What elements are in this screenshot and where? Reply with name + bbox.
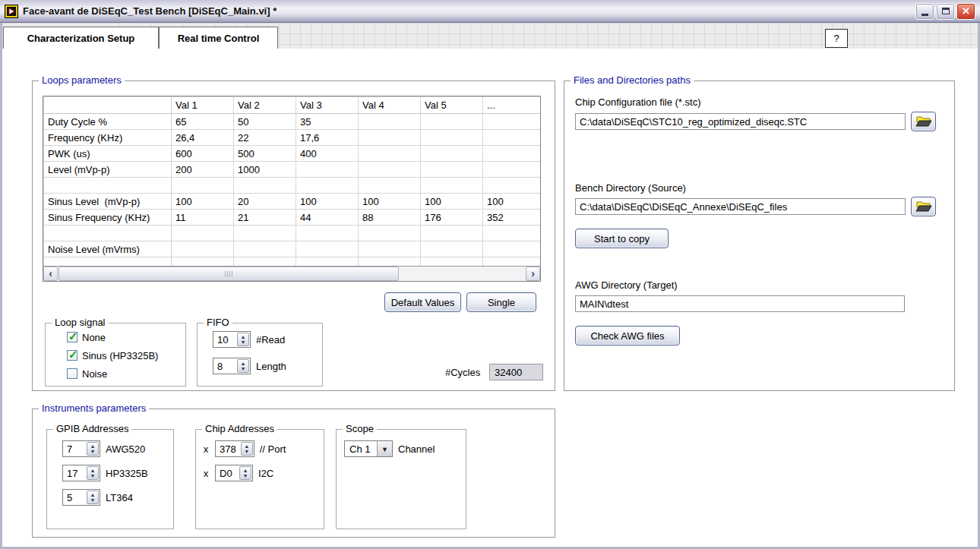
table-hscrollbar[interactable]: ‹ ›: [43, 266, 540, 281]
row-header[interactable]: Sinus Frequency (KHz): [44, 210, 172, 226]
scope-channel-dropdown[interactable]: Ch 1 ▼: [344, 440, 393, 457]
checkbox-sinus[interactable]: Sinus (HP3325B): [67, 349, 158, 362]
chevron-down-icon[interactable]: ▼: [377, 441, 392, 456]
table-cell[interactable]: [296, 241, 359, 257]
spinner-arrows-icon[interactable]: ▲▼: [87, 466, 99, 480]
table-cell[interactable]: 100: [421, 194, 483, 210]
table-cell[interactable]: 22: [234, 130, 296, 146]
table-cell[interactable]: [172, 178, 234, 194]
bench-dir-browse-button[interactable]: [911, 197, 936, 216]
row-header[interactable]: Noise Level (mVrms): [44, 241, 172, 257]
table-cell[interactable]: 400: [296, 146, 359, 162]
table-cell[interactable]: 50: [234, 114, 296, 130]
table-cell[interactable]: 17,6: [296, 130, 359, 146]
column-header[interactable]: Val 3: [296, 97, 359, 114]
table-cell[interactable]: [421, 114, 483, 130]
row-header[interactable]: [44, 226, 172, 241]
spinner-value[interactable]: 17: [63, 465, 86, 481]
table-cell[interactable]: [483, 130, 541, 146]
table-cell[interactable]: [296, 178, 359, 194]
table-cell[interactable]: [359, 178, 421, 194]
table-cell[interactable]: [359, 226, 421, 241]
spinner-arrows-icon[interactable]: ▲▼: [237, 359, 249, 373]
table-cell[interactable]: 1000: [234, 162, 296, 178]
column-header[interactable]: Val 4: [359, 97, 421, 114]
gpib-awg520-spinner[interactable]: 7 ▲▼: [62, 440, 100, 457]
close-button[interactable]: ✕: [956, 3, 975, 20]
table-cell[interactable]: [234, 226, 296, 241]
table-cell[interactable]: [359, 130, 421, 146]
chip-config-browse-button[interactable]: [911, 112, 936, 131]
row-header[interactable]: [44, 178, 172, 194]
scroll-left-arrow[interactable]: ‹: [43, 267, 58, 281]
table-cell[interactable]: [421, 162, 483, 178]
column-header[interactable]: Val 2: [234, 97, 296, 114]
table-cell[interactable]: 100: [296, 194, 359, 210]
single-button[interactable]: Single: [466, 292, 536, 312]
maximize-button[interactable]: [936, 3, 955, 20]
table-cell[interactable]: 600: [172, 146, 234, 162]
dropdown-value[interactable]: Ch 1: [345, 441, 377, 456]
checkbox-icon[interactable]: [67, 350, 77, 361]
table-cell[interactable]: [421, 146, 483, 162]
checkbox-icon[interactable]: [67, 332, 77, 342]
table-cell[interactable]: [483, 241, 541, 257]
spinner-arrows-icon[interactable]: ▲▼: [241, 442, 253, 456]
spinner-value[interactable]: 7: [63, 441, 86, 456]
spinner-arrows-icon[interactable]: ▲▼: [87, 491, 99, 504]
column-header[interactable]: Val 5: [421, 97, 483, 114]
table-cell[interactable]: 65: [172, 114, 234, 130]
table-cell[interactable]: 100: [483, 194, 541, 210]
row-header[interactable]: Duty Cycle %: [44, 114, 172, 130]
table-cell[interactable]: [172, 226, 234, 241]
row-header[interactable]: Frequency (KHz): [44, 130, 172, 146]
table-cell[interactable]: [359, 241, 421, 257]
table-cell[interactable]: [421, 130, 483, 146]
table-cell[interactable]: [483, 114, 541, 130]
column-header[interactable]: Val 1: [172, 97, 234, 114]
gpib-hp3325b-spinner[interactable]: 17 ▲▼: [62, 465, 100, 481]
row-header[interactable]: Level (mVp-p): [44, 162, 172, 178]
i2c-address-spinner[interactable]: D0 ▲▼: [215, 465, 253, 481]
table-cell[interactable]: 88: [359, 210, 421, 226]
table-cell[interactable]: 35: [296, 114, 359, 130]
spinner-value[interactable]: 5: [63, 490, 86, 505]
spinner-arrows-icon[interactable]: ▲▼: [239, 466, 251, 480]
default-values-button[interactable]: Default Values: [384, 292, 461, 312]
table-cell[interactable]: 200: [172, 162, 234, 178]
fifo-read-spinner[interactable]: 10 ▲▼: [213, 331, 251, 348]
spinner-value[interactable]: 10: [213, 332, 236, 347]
table-cell[interactable]: [421, 226, 483, 241]
tab-real-time-control[interactable]: Real time Control: [159, 27, 278, 49]
table-cell[interactable]: [483, 226, 541, 241]
corner-cell[interactable]: [44, 97, 172, 114]
tab-characterization-setup[interactable]: Characterization Setup: [3, 27, 159, 49]
bench-dir-path-input[interactable]: [575, 198, 906, 215]
table-cell[interactable]: 176: [421, 210, 483, 226]
table-cell[interactable]: [421, 241, 483, 257]
table-cell[interactable]: [234, 178, 296, 194]
table-cell[interactable]: [483, 162, 541, 178]
scroll-track[interactable]: [58, 267, 526, 281]
table-cell[interactable]: 100: [359, 194, 421, 210]
gpib-lt364-spinner[interactable]: 5 ▲▼: [62, 489, 100, 506]
row-header[interactable]: Sinus Level (mVp-p): [44, 194, 172, 210]
table-cell[interactable]: [359, 146, 421, 162]
spinner-arrows-icon[interactable]: ▲▼: [237, 333, 249, 346]
start-to-copy-button[interactable]: Start to copy: [575, 229, 669, 248]
minimize-button[interactable]: [915, 3, 934, 20]
check-awg-files-button[interactable]: Check AWG files: [575, 326, 680, 345]
table-cell[interactable]: 352: [483, 210, 541, 226]
table-cell[interactable]: 26,4: [172, 130, 234, 146]
checkbox-noise[interactable]: Noise: [67, 367, 107, 380]
scroll-thumb[interactable]: [58, 267, 399, 281]
spinner-value[interactable]: D0: [216, 465, 239, 481]
title-bar[interactable]: Face-avant de DiSEqC_Test Bench [DiSEqC_…: [0, 0, 980, 23]
table-cell[interactable]: 11: [172, 210, 234, 226]
spinner-value[interactable]: 378: [216, 441, 240, 456]
column-header[interactable]: ...: [483, 97, 541, 114]
table-cell[interactable]: 500: [234, 146, 296, 162]
spinner-arrows-icon[interactable]: ▲▼: [87, 442, 99, 456]
help-button[interactable]: ?: [825, 29, 848, 48]
awg-dir-input[interactable]: [575, 295, 905, 312]
